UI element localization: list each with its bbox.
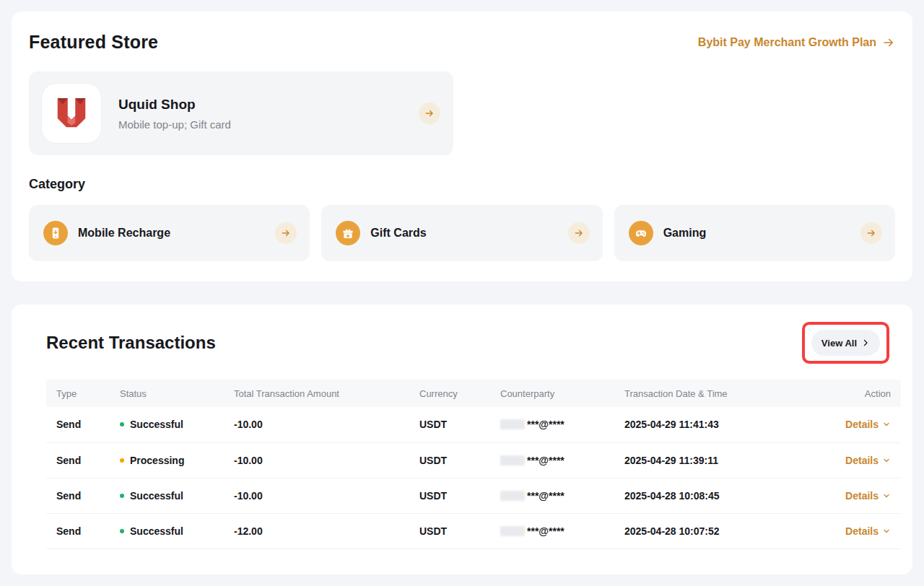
counterparty-masked: ***@**** <box>527 490 565 502</box>
cell-action: Details <box>811 442 901 478</box>
uquid-shop-card[interactable]: Uquid Shop Mobile top-up; Gift card <box>29 71 453 155</box>
featured-store-panel: Featured Store Bybit Pay Merchant Growth… <box>12 12 912 281</box>
view-all-button[interactable]: View All <box>811 330 880 356</box>
status-dot <box>120 422 124 427</box>
store-description: Mobile top-up; Gift card <box>118 118 401 131</box>
mobile-recharge-icon <box>43 221 68 245</box>
gaming-icon <box>629 221 653 245</box>
chevron-down-icon <box>882 491 891 500</box>
status-label: Successful <box>130 490 183 502</box>
cell-datetime: 2025-04-28 10:07:52 <box>614 513 811 548</box>
category-arrow-button[interactable] <box>860 222 882 244</box>
cell-counterparty: ***@**** <box>490 407 614 442</box>
featured-store-header: Featured Store Bybit Pay Merchant Growth… <box>29 32 895 53</box>
details-link[interactable]: Details <box>845 490 891 502</box>
category-card-mobile-recharge[interactable]: Mobile Recharge <box>29 205 310 261</box>
cell-amount: -10.00 <box>224 407 409 442</box>
cell-counterparty: ***@**** <box>490 442 614 478</box>
chevron-down-icon <box>882 527 891 535</box>
cell-action: Details <box>811 407 901 442</box>
uquid-logo-icon <box>42 84 101 143</box>
status-label: Processing <box>130 455 184 466</box>
cell-datetime: 2025-04-28 10:08:45 <box>614 478 811 513</box>
details-link[interactable]: Details <box>845 525 891 537</box>
details-label: Details <box>845 419 879 430</box>
redacted-text <box>500 419 525 429</box>
table-row: Send Successful -10.00 USDT ***@**** 202… <box>46 407 901 442</box>
cell-type: Send <box>46 513 110 548</box>
col-datetime: Transaction Date & Time <box>614 380 811 407</box>
cell-amount: -12.00 <box>224 513 409 548</box>
redacted-text <box>500 491 525 501</box>
table-row: Send Successful -12.00 USDT ***@**** 202… <box>46 513 901 548</box>
highlight-annotation: View All <box>802 322 889 364</box>
recent-transactions-title: Recent Transactions <box>35 333 216 353</box>
cell-counterparty: ***@**** <box>490 513 614 548</box>
arrow-right-icon <box>281 228 291 238</box>
category-arrow-button[interactable] <box>568 222 590 244</box>
details-label: Details <box>845 525 879 537</box>
status-label: Successful <box>130 419 183 430</box>
col-counterparty: Counterparty <box>490 380 614 407</box>
cell-counterparty: ***@**** <box>490 478 614 513</box>
category-title: Category <box>29 177 895 192</box>
table-row: Send Successful -10.00 USDT ***@**** 202… <box>46 478 901 513</box>
category-card-gaming[interactable]: Gaming <box>614 205 895 261</box>
merchant-growth-plan-link[interactable]: Bybit Pay Merchant Growth Plan <box>698 36 895 49</box>
counterparty-masked: ***@**** <box>527 525 565 537</box>
cell-status: Successful <box>110 407 224 442</box>
arrow-right-icon <box>866 228 876 238</box>
cell-currency: USDT <box>409 513 490 548</box>
cell-type: Send <box>46 478 110 513</box>
gift-cards-icon <box>336 221 360 245</box>
counterparty-masked: ***@**** <box>527 419 565 430</box>
table-row: Send Processing -10.00 USDT ***@**** 202… <box>46 442 901 478</box>
cell-currency: USDT <box>409 478 490 513</box>
arrow-right-icon <box>882 36 895 49</box>
col-currency: Currency <box>409 380 490 407</box>
details-label: Details <box>845 455 879 466</box>
cell-status: Successful <box>110 513 224 548</box>
details-link[interactable]: Details <box>845 419 891 430</box>
category-card-gift-cards[interactable]: Gift Cards <box>321 205 602 261</box>
col-action: Action <box>811 380 901 407</box>
cell-type: Send <box>46 442 110 478</box>
category-label: Gift Cards <box>370 227 557 240</box>
status-dot <box>120 494 124 498</box>
store-text: Uquid Shop Mobile top-up; Gift card <box>118 97 401 131</box>
table-header-row: Type Status Total Transaction Amount Cur… <box>46 380 901 407</box>
cell-type: Send <box>46 407 110 442</box>
cell-datetime: 2025-04-29 11:39:11 <box>614 442 811 478</box>
status-dot <box>120 529 124 533</box>
details-label: Details <box>845 490 879 502</box>
category-row: Mobile Recharge Gift Cards <box>29 205 895 261</box>
featured-store-title: Featured Store <box>29 32 158 53</box>
cell-currency: USDT <box>409 407 490 442</box>
cell-action: Details <box>811 513 901 548</box>
cell-status: Successful <box>110 478 224 513</box>
cell-amount: -10.00 <box>224 478 409 513</box>
col-type: Type <box>46 380 110 407</box>
transactions-table: Type Status Total Transaction Amount Cur… <box>46 380 901 549</box>
chevron-right-icon <box>861 338 870 347</box>
category-arrow-button[interactable] <box>275 222 297 244</box>
details-link[interactable]: Details <box>845 455 891 466</box>
status-label: Successful <box>130 525 183 537</box>
arrow-right-icon <box>424 108 435 118</box>
cell-amount: -10.00 <box>224 442 409 478</box>
col-status: Status <box>110 380 224 407</box>
counterparty-masked: ***@**** <box>527 455 565 466</box>
chevron-down-icon <box>882 456 891 465</box>
view-all-label: View All <box>821 338 857 349</box>
category-label: Mobile Recharge <box>78 227 265 240</box>
arrow-right-icon <box>574 228 584 238</box>
recent-transactions-panel: Recent Transactions View All Type Status… <box>12 305 912 574</box>
cell-datetime: 2025-04-29 11:41:43 <box>614 407 811 442</box>
store-arrow-button[interactable] <box>419 102 440 124</box>
col-amount: Total Transaction Amount <box>224 380 409 407</box>
redacted-text <box>500 455 525 465</box>
status-dot <box>120 458 124 463</box>
transactions-header: Recent Transactions View All <box>35 322 889 364</box>
redacted-text <box>500 526 525 536</box>
store-name: Uquid Shop <box>118 97 401 113</box>
